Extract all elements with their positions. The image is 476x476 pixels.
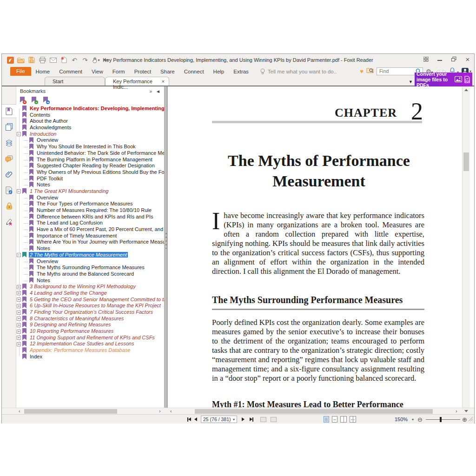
expander-minus-icon[interactable]: −	[17, 132, 21, 136]
expander-minus-icon[interactable]: −	[17, 189, 21, 193]
bookmark-item[interactable]: +9 Designing and Refining Measures	[16, 322, 164, 328]
collapse-panel-icon[interactable]: ◄	[156, 89, 160, 94]
layers-panel-icon[interactable]	[2, 136, 16, 150]
undo-button[interactable]: ↶	[70, 56, 79, 64]
single-page-view-button[interactable]	[324, 416, 329, 423]
bookmark-item[interactable]: +10 Reporting Performance Measures	[16, 328, 164, 335]
page-dropdown-icon[interactable]: ▾	[233, 417, 235, 422]
bookmark-item[interactable]: +11 Ongoing Support and Refinement of KP…	[16, 335, 164, 341]
expander-plus-icon[interactable]: +	[17, 291, 21, 295]
attachments-panel-icon[interactable]	[2, 167, 16, 181]
expander-plus-icon[interactable]: +	[17, 317, 21, 321]
vertical-scrollbar-thumb[interactable]	[463, 152, 469, 171]
tell-me-search[interactable]: Tell me what you want to do..	[260, 68, 337, 75]
document-view[interactable]: CHAPTER 2 The Myths of Performance Measu…	[168, 86, 462, 408]
convert-images-callout[interactable]: Convert yourimage files to PDFs PDF	[415, 73, 472, 86]
security-panel-icon[interactable]	[2, 199, 16, 213]
panel-hscroll-thumb[interactable]	[24, 409, 117, 414]
print-button[interactable]	[38, 56, 47, 64]
bookmark-item[interactable]: The Four Types of Performance Measures	[16, 201, 164, 207]
open-file-button[interactable]	[16, 56, 26, 64]
bookmark-item[interactable]: −Introduction	[16, 131, 164, 138]
resize-grip-icon[interactable]	[468, 416, 473, 422]
hand-tool-button[interactable]: ▾	[91, 56, 100, 64]
bookmark-item[interactable]: +4 Leading and Selling the Change	[16, 290, 164, 297]
expander-plus-icon[interactable]: +	[17, 298, 21, 302]
bookmark-item[interactable]: Appendix: Performance Measures Database	[16, 347, 164, 354]
tab-list-dropdown-icon[interactable]: ▼	[409, 79, 413, 84]
minimize-button[interactable]	[436, 56, 443, 62]
bookmark-item[interactable]: +3 Background to the Winning KPI Methodo…	[16, 284, 164, 290]
bookmark-item[interactable]: The Lead and Lag Confusion	[16, 220, 164, 226]
previous-view-button[interactable]	[260, 416, 266, 423]
bookmark-item[interactable]: The Myths Surrounding Performance Measur…	[16, 264, 164, 271]
expander-plus-icon[interactable]: +	[17, 311, 21, 315]
menu-help[interactable]: Help	[209, 67, 229, 76]
close-tab-icon[interactable]: ×	[162, 79, 165, 84]
bookmark-item[interactable]: −2 The Myths of Performance Measurement	[16, 252, 164, 258]
customize-quick-access-button[interactable]: ▾=	[102, 56, 111, 64]
zoom-slider-track[interactable]	[426, 419, 460, 420]
next-view-button[interactable]	[271, 416, 277, 423]
redo-button[interactable]: ↷	[80, 56, 90, 64]
delete-bookmark-icon[interactable]: ✕	[20, 97, 25, 103]
zoom-out-button[interactable]: ⊖	[417, 416, 423, 423]
bookmark-item[interactable]: The Burning Platform in Performance Mana…	[16, 157, 164, 163]
bookmark-item[interactable]: −1 The Great KPI Misunderstanding	[16, 188, 164, 195]
menu-comment[interactable]: Comment	[54, 67, 87, 76]
digital-signatures-panel-icon[interactable]	[2, 183, 16, 197]
scroll-up-icon[interactable]	[464, 89, 468, 91]
workspace-grid-icon[interactable]	[422, 56, 430, 62]
snapshot-search-icon[interactable]	[366, 67, 374, 75]
continuous-facing-view-button[interactable]	[350, 416, 356, 423]
bookmark-item[interactable]: PDF Toolkit	[16, 176, 164, 182]
bookmark-item[interactable]: Suggested Chapter Reading by Reader Desi…	[16, 163, 164, 169]
bookmark-item[interactable]: +6 Up-Skill In-House Resources to Manage…	[16, 303, 164, 309]
panel-scroll-right-icon[interactable]: ›	[159, 408, 161, 414]
menu-view[interactable]: View	[87, 67, 108, 76]
bookmark-item[interactable]: Notes	[16, 278, 164, 284]
bookmark-item[interactable]: Overview	[16, 137, 164, 144]
first-page-button[interactable]	[186, 416, 192, 423]
panel-splitter[interactable]	[164, 86, 168, 408]
locate-bookmark-icon[interactable]: ➜	[43, 97, 48, 103]
expander-plus-icon[interactable]: +	[17, 336, 21, 340]
bookmark-item[interactable]: Contents	[16, 112, 164, 119]
menu-extras[interactable]: Extras	[229, 67, 253, 76]
bookmark-item[interactable]: Difference between KRIs and KPIs and RIs…	[16, 214, 164, 220]
close-button[interactable]: ×	[464, 56, 471, 62]
menu-file[interactable]: File	[10, 67, 31, 76]
bookmark-item[interactable]: About the Author	[16, 118, 164, 125]
bookmark-item[interactable]: Notes	[16, 245, 164, 252]
tab-document[interactable]: Key Performance Indic... ×	[105, 77, 169, 86]
doc-hscroll-thumb[interactable]	[195, 409, 433, 414]
doc-scroll-right-icon[interactable]: ›	[456, 408, 457, 414]
menu-protect[interactable]: Protect	[130, 67, 156, 76]
save-button[interactable]	[27, 56, 36, 64]
bookmark-item[interactable]: Why You Should Be Interested in This Boo…	[16, 144, 164, 150]
scroll-down-icon[interactable]	[464, 410, 468, 412]
expander-plus-icon[interactable]: +	[17, 285, 21, 289]
expander-plus-icon[interactable]: +	[17, 323, 21, 327]
find-input[interactable]	[379, 68, 416, 74]
bookmarks-panel-icon[interactable]	[2, 104, 16, 118]
restore-button[interactable]	[450, 56, 457, 62]
menu-home[interactable]: Home	[31, 67, 55, 76]
bookmark-item[interactable]: +5 Getting the CEO and Senior Management…	[16, 297, 164, 303]
create-pdf-button[interactable]	[59, 56, 68, 64]
bookmark-item[interactable]: Number of Measures Required: The 10/80/1…	[16, 207, 164, 214]
bookmark-item[interactable]: +8 Characteristics of Meaningful Measure…	[16, 316, 164, 322]
hand-tool-caret-icon[interactable]: ▾	[98, 58, 99, 62]
add-bookmark-icon[interactable]: +	[32, 97, 37, 103]
bookmark-item[interactable]: Index	[16, 354, 164, 360]
signature-panel-icon[interactable]	[2, 215, 16, 229]
previous-page-button[interactable]	[193, 416, 198, 423]
panel-scroll-left-icon[interactable]: ‹	[19, 408, 20, 414]
bookmark-item[interactable]: Unintended Behavior: The Dark Side of Pe…	[16, 150, 164, 157]
page-number-box[interactable]: 25 (76 / 381) ▾	[201, 416, 237, 423]
menu-form[interactable]: Form	[108, 67, 130, 76]
pages-panel-icon[interactable]	[2, 120, 16, 134]
bookmark-item[interactable]: Where Are You in Your Journey with Perfo…	[16, 239, 164, 245]
continuous-view-button[interactable]	[332, 416, 337, 423]
doc-scroll-left-icon[interactable]: ‹	[170, 408, 172, 414]
